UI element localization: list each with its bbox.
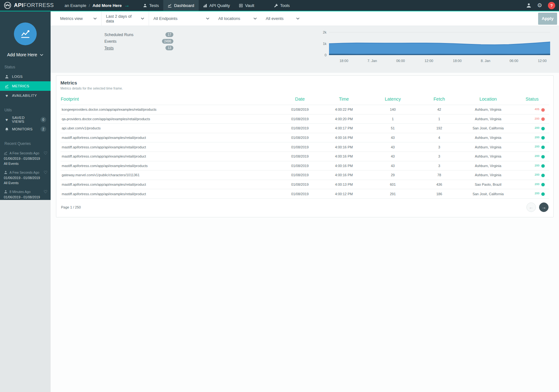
footprint-cell: mastiff.apifortress.com/app/api/examples… bbox=[60, 180, 280, 189]
user-icon bbox=[4, 171, 8, 174]
recent-query-item[interactable]: 8 Minutes Ago ♡ 01/06/2019 - 01/08/2019 … bbox=[0, 187, 51, 200]
col-latency[interactable]: Latency bbox=[368, 95, 417, 105]
table-row[interactable]: mastiff.apifortress.com/app/api/examples… bbox=[60, 152, 549, 161]
col-date[interactable]: Date bbox=[280, 95, 320, 105]
table-row[interactable]: api.uber.com/v1/products01/08/20194:00:1… bbox=[60, 124, 549, 133]
svg-text:06:00: 06:00 bbox=[510, 59, 519, 63]
status-code: 200 bbox=[535, 117, 539, 120]
nav-tests[interactable]: Tests bbox=[139, 0, 163, 11]
status-dot bbox=[541, 108, 545, 112]
breadcrumb-arrow-icon[interactable]: → bbox=[124, 2, 130, 9]
section-recent-queries-label: Recent Queries bbox=[0, 134, 51, 148]
events-chart: 2k1k018:007. Jan06:0012:0018:008. Jan06:… bbox=[317, 29, 553, 65]
navbar-right: ⚙ ? bbox=[526, 0, 559, 11]
breadcrumb-current[interactable]: Add More Here bbox=[92, 3, 121, 8]
stat-count-badge: 17 bbox=[165, 32, 173, 37]
summary-stats: Scheduled Runs 17 Events 2496 Tests 13 bbox=[104, 32, 173, 50]
table-row[interactable]: kongeeproviders.doctor.com/app/api/examp… bbox=[60, 105, 549, 115]
logs-user-icon bbox=[4, 75, 9, 79]
footprint-cell: mastiff.apifortress.com/app/api/examples… bbox=[60, 152, 280, 161]
logo-text-fortress: FORTRESS bbox=[23, 2, 54, 8]
date-cell: 01/08/2019 bbox=[280, 152, 320, 161]
view-dropdown[interactable]: Metrics view bbox=[56, 11, 102, 26]
app-logo[interactable]: APIFORTRESS bbox=[0, 0, 60, 11]
help-icon[interactable]: ? bbox=[548, 2, 555, 9]
breadcrumb-separator: / bbox=[89, 3, 90, 8]
stat-events[interactable]: Events 2496 bbox=[104, 39, 173, 44]
col-location[interactable]: Location bbox=[461, 95, 515, 105]
events-dropdown[interactable]: All events bbox=[261, 11, 304, 26]
project-name: Add More Here bbox=[7, 52, 37, 57]
prev-page-button[interactable]: ← bbox=[526, 202, 536, 212]
nav-api-quality[interactable]: API Quality bbox=[199, 0, 234, 11]
sidebar-item-metrics[interactable]: METRICS bbox=[0, 81, 51, 91]
next-page-button[interactable]: → bbox=[539, 202, 549, 212]
view-dropdown-value: Metrics view bbox=[60, 16, 83, 21]
project-avatar[interactable] bbox=[14, 22, 37, 45]
location-cell: Ashburn, Virginia bbox=[461, 133, 515, 142]
sidebar-item-monitors[interactable]: MONITORS 2 bbox=[0, 124, 51, 134]
footprint-cell: qa-providers.doctor.com/app/api/examples… bbox=[60, 114, 280, 124]
col-footprint[interactable]: Footprint bbox=[60, 95, 280, 105]
nav-tools[interactable]: Tools bbox=[270, 0, 294, 11]
table-row[interactable]: mastiff.apifortress.com/app/api/examples… bbox=[60, 161, 549, 171]
date-cell: 01/08/2019 bbox=[280, 180, 320, 189]
location-cell: Ashburn, Virginia bbox=[461, 114, 515, 124]
date-cell: 01/08/2019 bbox=[280, 105, 320, 115]
nav-tools-label: Tools bbox=[280, 3, 290, 8]
table-row[interactable]: mastiff.apifortress.com/app/api/examples… bbox=[60, 133, 549, 142]
table-row[interactable]: qa-providers.doctor.com/app/api/examples… bbox=[60, 114, 549, 124]
breadcrumb-project[interactable]: an Example bbox=[65, 3, 86, 8]
status-code: 200 bbox=[535, 183, 539, 186]
user-profile-icon[interactable] bbox=[526, 3, 531, 8]
sidebar-item-saved-views[interactable]: ♥ SAVED VIEWS 0 bbox=[0, 115, 51, 124]
status-dot bbox=[541, 174, 545, 177]
sidebar-item-logs[interactable]: LOGS bbox=[0, 72, 51, 81]
status-cell: 200 bbox=[515, 161, 549, 171]
stat-scheduled-runs[interactable]: Scheduled Runs 17 bbox=[104, 32, 173, 37]
events-dropdown-value: All events bbox=[266, 16, 283, 21]
recent-query-item[interactable]: A Few Seconds Ago ♡ 01/06/2019 - 01/08/2… bbox=[0, 148, 51, 168]
status-cell: 200 bbox=[515, 133, 549, 142]
apply-button[interactable]: Apply bbox=[538, 13, 557, 25]
favorite-heart-icon[interactable]: ♡ bbox=[43, 170, 47, 175]
breadcrumb: an Example / Add More Here → bbox=[60, 0, 134, 11]
time-cell: 4:00:16 PM bbox=[320, 142, 369, 152]
location-cell: Ashburn, Virginia bbox=[461, 171, 515, 180]
status-cell: 200 bbox=[515, 180, 549, 189]
favorite-heart-icon[interactable]: ♡ bbox=[43, 151, 47, 155]
endpoints-dropdown[interactable]: All Endpoints bbox=[149, 11, 214, 26]
latency-cell: 601 bbox=[368, 180, 417, 189]
project-selector[interactable]: Add More Here bbox=[0, 52, 51, 57]
location-cell: San Josè, California bbox=[461, 189, 515, 199]
col-fetch[interactable]: Fetch bbox=[417, 95, 461, 105]
arrow-right-icon: → bbox=[542, 204, 546, 210]
favorite-heart-icon[interactable]: ♡ bbox=[43, 190, 47, 194]
svg-text:8. Jan: 8. Jan bbox=[481, 59, 490, 63]
col-status[interactable]: Status bbox=[515, 95, 549, 105]
col-time[interactable]: Time bbox=[320, 95, 369, 105]
filter-bar: Metrics view Last 2 days of data All End… bbox=[51, 11, 559, 26]
svg-text:2k: 2k bbox=[323, 30, 326, 34]
timeframe-dropdown[interactable]: Last 2 days of data bbox=[102, 11, 149, 26]
locations-dropdown[interactable]: All locations bbox=[214, 11, 261, 26]
table-row[interactable]: mastiff.apifortress.com/app/api/examples… bbox=[60, 189, 549, 199]
main-content: Metrics view Last 2 days of data All End… bbox=[51, 11, 559, 392]
nav-vault[interactable]: Vault bbox=[234, 0, 259, 11]
table-row[interactable]: mastiff.apifortress.com/app/api/examples… bbox=[60, 180, 549, 189]
metrics-table-body: kongeeproviders.doctor.com/app/api/examp… bbox=[60, 105, 549, 199]
stat-tests[interactable]: Tests 13 bbox=[104, 46, 173, 50]
status-code: 200 bbox=[535, 164, 539, 167]
recent-query-ago: A Few Seconds Ago bbox=[9, 151, 39, 155]
table-row[interactable]: mastiff.apifortress.com/app/api/examples… bbox=[60, 142, 549, 152]
table-row[interactable]: gateway.marvel.com/v1/public/characters/… bbox=[60, 171, 549, 180]
card-title: Metrics bbox=[60, 80, 549, 85]
recent-query-item[interactable]: A Few Seconds Ago ♡ 01/06/2019 - 01/08/2… bbox=[0, 168, 51, 187]
pagination: ← → bbox=[526, 202, 549, 212]
sidebar-item-availability[interactable]: ♥ AVAILABILITY bbox=[0, 91, 51, 100]
date-cell: 01/08/2019 bbox=[280, 171, 320, 180]
settings-gear-icon[interactable]: ⚙ bbox=[537, 3, 542, 8]
nav-dashboard[interactable]: Dashboard bbox=[163, 0, 199, 11]
metrics-chart-icon bbox=[4, 84, 9, 88]
status-dot bbox=[541, 155, 545, 159]
